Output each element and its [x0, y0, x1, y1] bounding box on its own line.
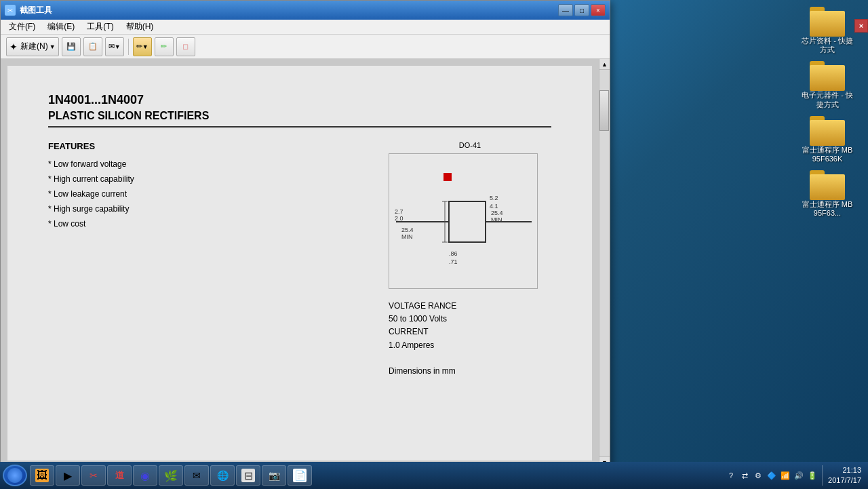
doc-diagram: DO-41	[389, 141, 551, 378]
title-bar-text: 截图工具	[20, 5, 52, 16]
svg-text:.71: .71	[449, 258, 458, 265]
desktop-icons: 芯片资料 - 快捷方式 电子元器件 - 快捷方式 富士通程序 MB95F636K…	[800, 7, 854, 218]
feature-1: * Low forward voltage	[48, 159, 375, 169]
taskbar-item-browser[interactable]: 🌐	[210, 465, 235, 486]
title-bar: ✂ 截图工具 — □ ×	[1, 1, 610, 20]
menu-tools[interactable]: 工具(T)	[81, 20, 119, 34]
doc-title: 1N4001...1N4007	[48, 93, 551, 107]
title-bar-left: ✂ 截图工具	[5, 5, 52, 16]
toolbar: ✦ 新建(N) ▼ 💾 📋 ✉ ▼ ✏ ▼ ✏ ◻	[1, 35, 610, 59]
email-icon: ✉	[108, 42, 115, 51]
current-value: 1.0 Amperes	[389, 339, 551, 352]
voltage-range-label: VOLTAGE RANCE	[389, 300, 551, 313]
menu-edit[interactable]: 编辑(E)	[42, 20, 80, 34]
desktop-icon-2[interactable]: 电子元器件 - 快捷方式	[800, 61, 854, 109]
app-window: ✂ 截图工具 — □ × 文件(F) 编辑(E) 工具(T) 帮助(H) ✦ 新…	[0, 0, 610, 468]
desktop-icon-label-1: 芯片资料 - 快捷方式	[800, 37, 854, 54]
start-button-icon	[7, 468, 22, 483]
svg-text:25.4: 25.4	[491, 210, 503, 216]
diagram-label: DO-41	[389, 141, 551, 149]
app-icon: ✂	[5, 5, 16, 16]
taskbar-item-calc[interactable]: ⊟	[236, 465, 260, 486]
content-area: 1N4001...1N4007 PLASTIC SILICON RECTIFIE…	[1, 59, 610, 467]
svg-text:2.0: 2.0	[395, 215, 403, 222]
taskbar-tray: ? ⇄ ⚙ 🔷 📶 🔊 🔋	[726, 470, 818, 481]
doc-features: FEATURES * Low forward voltage * High cu…	[48, 141, 375, 378]
menu-file[interactable]: 文件(F)	[3, 20, 41, 34]
taskbar-item-app3[interactable]: 🌿	[159, 465, 183, 486]
maximize-button[interactable]: □	[574, 4, 589, 16]
taskbar-item-photo[interactable]: 📷	[262, 465, 286, 486]
email-button[interactable]: ✉ ▼	[105, 37, 124, 56]
desktop-icon-3[interactable]: 富士通程序 MB95F636K	[800, 116, 854, 163]
clock-time: 21:13	[828, 465, 861, 475]
taskbar-clock: 21:13 2017/7/17	[822, 465, 861, 486]
minimize-button[interactable]: —	[558, 4, 573, 16]
app3-icon: 🌿	[164, 469, 178, 482]
folder-icon-2	[810, 61, 845, 91]
taskbar-item-mail[interactable]: ✉	[184, 465, 209, 486]
save-icon: 💾	[66, 42, 76, 51]
email-dropdown-icon: ▼	[115, 43, 121, 50]
taskbar-item-media[interactable]: ▶	[56, 465, 80, 486]
svg-text:5.2: 5.2	[490, 195, 498, 201]
scroll-thumb[interactable]	[599, 90, 609, 131]
toolbar-separator-1	[128, 39, 129, 55]
voltage-info: VOLTAGE RANCE 50 to 1000 Volts CURRENT 1…	[389, 300, 551, 378]
highlight-button[interactable]: ✏	[155, 37, 174, 56]
save-button[interactable]: 💾	[62, 37, 81, 56]
pen-icon: ✏	[136, 42, 142, 51]
dimensions-note: Dimensions in mm	[389, 365, 551, 378]
explorer-icon: 🖼	[35, 469, 49, 482]
current-label: CURRENT	[389, 326, 551, 338]
folder-icon-4	[810, 170, 845, 200]
app2-icon: ◉	[138, 469, 152, 482]
svg-text:MIN: MIN	[491, 216, 502, 223]
new-icon: ✦	[9, 41, 18, 52]
svg-rect-1	[449, 201, 486, 242]
desktop-icon-1[interactable]: 芯片资料 - 快捷方式	[800, 7, 854, 54]
eraser-button[interactable]: ◻	[176, 37, 195, 56]
taskbar-item-app2[interactable]: ◉	[133, 465, 157, 486]
start-button[interactable]	[3, 465, 27, 486]
scroll-up-button[interactable]: ▲	[599, 59, 610, 70]
highlight-icon: ✏	[161, 42, 167, 51]
tray-settings-icon[interactable]: ⚙	[753, 470, 764, 481]
tray-sync-icon[interactable]: ⇄	[739, 470, 750, 481]
component-diagram: 25.4 MIN 2.7 2.0 5.2 4.1	[389, 153, 538, 289]
pen-dropdown-icon: ▼	[142, 43, 149, 50]
screen-close-button[interactable]: ×	[854, 19, 868, 33]
document-page: 1N4001...1N4007 PLASTIC SILICON RECTIFIE…	[7, 66, 592, 461]
vertical-scrollbar[interactable]: ▲ ▼	[599, 59, 610, 467]
taskbar-item-explorer[interactable]: 🖼	[30, 465, 54, 486]
scroll-track[interactable]	[599, 70, 610, 456]
taskbar-item-pdf[interactable]: 📄	[288, 465, 312, 486]
menu-help[interactable]: 帮助(H)	[121, 20, 159, 34]
media-icon: ▶	[61, 469, 75, 482]
taskbar-items: 🖼 ▶ ✂ 道 ◉ 🌿 ✉ 🌐 ⊟	[30, 465, 723, 486]
tray-network-icon[interactable]: 📶	[780, 470, 791, 481]
taskbar-item-app1[interactable]: 道	[107, 465, 132, 486]
taskbar-item-snip[interactable]: ✂	[81, 465, 106, 486]
svg-text:MIN: MIN	[401, 233, 413, 240]
desktop-icon-4[interactable]: 富士通程序 MB95F63...	[800, 170, 854, 218]
tray-battery-icon[interactable]: 🔋	[807, 470, 818, 481]
doc-body: FEATURES * Low forward voltage * High cu…	[48, 141, 551, 378]
svg-text:2.7: 2.7	[395, 208, 403, 215]
taskbar-right: ? ⇄ ⚙ 🔷 📶 🔊 🔋 21:13 2017/7/17	[726, 465, 865, 486]
tray-bluetooth-icon[interactable]: 🔷	[766, 470, 777, 481]
polarity-marker	[443, 173, 452, 181]
pen-button[interactable]: ✏ ▼	[133, 37, 152, 56]
app1-icon: 道	[113, 469, 126, 482]
menu-bar: 文件(F) 编辑(E) 工具(T) 帮助(H)	[1, 20, 610, 35]
close-button[interactable]: ×	[591, 4, 606, 16]
tray-volume-icon[interactable]: 🔊	[793, 470, 804, 481]
feature-3: * Low leakage current	[48, 189, 375, 199]
copy-button[interactable]: 📋	[83, 37, 102, 56]
eraser-icon: ◻	[182, 42, 189, 51]
desktop-icon-label-4: 富士通程序 MB95F63...	[800, 200, 854, 218]
dropdown-arrow-icon: ▼	[50, 43, 56, 50]
new-button[interactable]: ✦ 新建(N) ▼	[6, 37, 59, 56]
tray-help-icon[interactable]: ?	[726, 470, 736, 481]
feature-5: * Low cost	[48, 219, 375, 229]
